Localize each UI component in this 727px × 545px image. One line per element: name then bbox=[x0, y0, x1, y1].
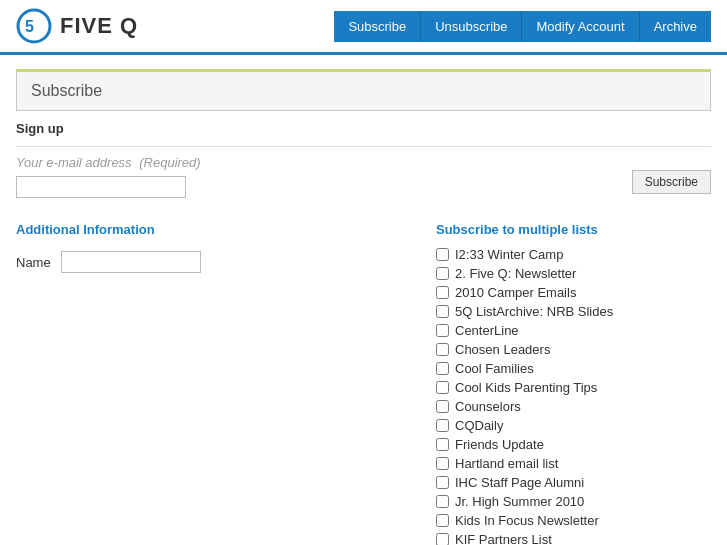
list-item: Cool Families bbox=[436, 361, 711, 376]
list-item-label: 5Q ListArchive: NRB Slides bbox=[455, 304, 613, 319]
nav-archive[interactable]: Archive bbox=[640, 11, 711, 42]
list-checkbox[interactable] bbox=[436, 457, 449, 470]
list-item: KIF Partners List bbox=[436, 532, 711, 545]
header: 5 FIVE Q Subscribe Unsubscribe Modify Ac… bbox=[0, 0, 727, 55]
logo-text: FIVE Q bbox=[60, 13, 138, 39]
right-column: Subscribe to multiple lists I2:33 Winter… bbox=[436, 222, 711, 545]
additional-info-title: Additional Information bbox=[16, 222, 416, 237]
subscribe-title: Subscribe bbox=[31, 82, 102, 99]
nav-subscribe[interactable]: Subscribe bbox=[334, 11, 421, 42]
email-required: (Required) bbox=[139, 155, 200, 170]
name-input[interactable] bbox=[61, 251, 201, 273]
list-item: Kids In Focus Newsletter bbox=[436, 513, 711, 528]
list-item: Counselors bbox=[436, 399, 711, 414]
list-item-label: 2. Five Q: Newsletter bbox=[455, 266, 576, 281]
list-checkbox[interactable] bbox=[436, 533, 449, 545]
list-item: Cool Kids Parenting Tips bbox=[436, 380, 711, 395]
list-item-label: Chosen Leaders bbox=[455, 342, 550, 357]
nav-unsubscribe[interactable]: Unsubscribe bbox=[421, 11, 522, 42]
list-item: IHC Staff Page Alumni bbox=[436, 475, 711, 490]
subscribe-button[interactable]: Subscribe bbox=[632, 170, 711, 194]
list-item: 2. Five Q: Newsletter bbox=[436, 266, 711, 281]
logo-area: 5 FIVE Q bbox=[16, 8, 138, 44]
list-checkbox[interactable] bbox=[436, 495, 449, 508]
list-item-label: Cool Families bbox=[455, 361, 534, 376]
signup-section: Sign up Your e-mail address (Required) S… bbox=[16, 111, 711, 206]
subscribe-box: Subscribe bbox=[16, 69, 711, 111]
main-content: Subscribe Sign up Your e-mail address (R… bbox=[0, 69, 727, 545]
list-item-label: 2010 Camper Emails bbox=[455, 285, 576, 300]
email-label: Your e-mail address (Required) bbox=[16, 155, 201, 170]
list-checkbox[interactable] bbox=[436, 248, 449, 261]
list-item: Chosen Leaders bbox=[436, 342, 711, 357]
list-checkbox[interactable] bbox=[436, 362, 449, 375]
list-item-label: CenterLine bbox=[455, 323, 519, 338]
list-checkbox[interactable] bbox=[436, 438, 449, 451]
list-checkbox[interactable] bbox=[436, 400, 449, 413]
list-item-label: IHC Staff Page Alumni bbox=[455, 475, 584, 490]
email-left: Your e-mail address (Required) bbox=[16, 155, 201, 198]
list-checkbox[interactable] bbox=[436, 267, 449, 280]
list-checkbox[interactable] bbox=[436, 305, 449, 318]
list-checkbox[interactable] bbox=[436, 381, 449, 394]
list-item-label: CQDaily bbox=[455, 418, 503, 433]
svg-point-0 bbox=[18, 10, 50, 42]
list-item: CenterLine bbox=[436, 323, 711, 338]
list-item-label: Cool Kids Parenting Tips bbox=[455, 380, 597, 395]
nav-modify-account[interactable]: Modify Account bbox=[522, 11, 639, 42]
list-item: Friends Update bbox=[436, 437, 711, 452]
list-item-label: KIF Partners List bbox=[455, 532, 552, 545]
list-item: 5Q ListArchive: NRB Slides bbox=[436, 304, 711, 319]
list-item: Hartland email list bbox=[436, 456, 711, 471]
logo-icon: 5 bbox=[16, 8, 52, 44]
list-item: CQDaily bbox=[436, 418, 711, 433]
list-item-label: Counselors bbox=[455, 399, 521, 414]
list-item-label: Jr. High Summer 2010 bbox=[455, 494, 584, 509]
svg-text:5: 5 bbox=[25, 18, 34, 35]
two-column-area: Additional Information Name Subscribe to… bbox=[16, 222, 711, 545]
list-checkbox[interactable] bbox=[436, 514, 449, 527]
list-item: Jr. High Summer 2010 bbox=[436, 494, 711, 509]
multiple-lists-title: Subscribe to multiple lists bbox=[436, 222, 711, 237]
name-row: Name bbox=[16, 251, 416, 273]
list-checkbox[interactable] bbox=[436, 343, 449, 356]
list-item: I2:33 Winter Camp bbox=[436, 247, 711, 262]
lists-container: I2:33 Winter Camp2. Five Q: Newsletter20… bbox=[436, 247, 711, 545]
email-row: Your e-mail address (Required) Subscribe bbox=[16, 155, 711, 198]
list-item: 2010 Camper Emails bbox=[436, 285, 711, 300]
name-label: Name bbox=[16, 255, 51, 270]
list-checkbox[interactable] bbox=[436, 476, 449, 489]
left-column: Additional Information Name bbox=[16, 222, 416, 545]
email-input[interactable] bbox=[16, 176, 186, 198]
nav-bar: Subscribe Unsubscribe Modify Account Arc… bbox=[334, 11, 711, 42]
signup-label: Sign up bbox=[16, 121, 711, 136]
list-item-label: I2:33 Winter Camp bbox=[455, 247, 563, 262]
list-checkbox[interactable] bbox=[436, 324, 449, 337]
list-checkbox[interactable] bbox=[436, 286, 449, 299]
list-item-label: Kids In Focus Newsletter bbox=[455, 513, 599, 528]
list-checkbox[interactable] bbox=[436, 419, 449, 432]
list-item-label: Hartland email list bbox=[455, 456, 558, 471]
divider-top bbox=[16, 146, 711, 147]
list-item-label: Friends Update bbox=[455, 437, 544, 452]
